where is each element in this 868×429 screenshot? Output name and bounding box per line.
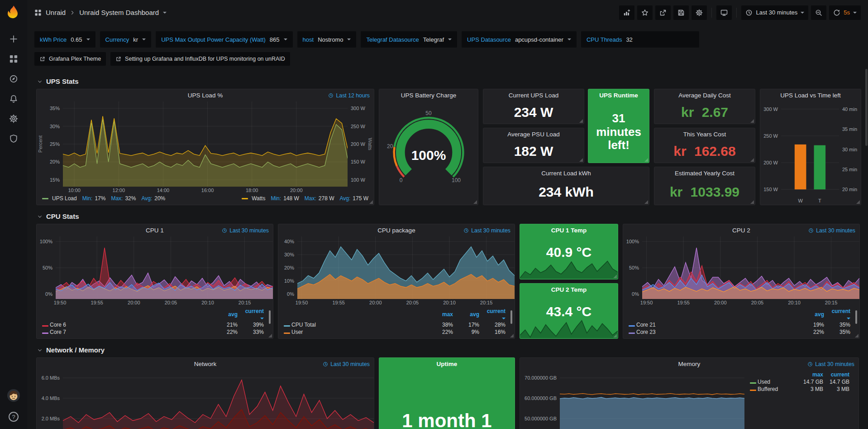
cycle-view-button[interactable] — [716, 5, 732, 20]
sidebar-item-create[interactable] — [4, 29, 24, 48]
ups-section-toggle[interactable]: UPS Stats — [36, 70, 863, 89]
legend-stat-value: 17% — [95, 195, 105, 202]
variable-value[interactable]: kr — [133, 36, 138, 43]
dashboard-settings-button[interactable] — [692, 5, 707, 20]
panel-title[interactable]: CPU package — [377, 227, 415, 234]
panel-title[interactable]: Network — [194, 361, 217, 367]
sidebar-item-dashboards[interactable] — [4, 49, 24, 68]
network-memory-section-toggle[interactable]: Network / Memory — [36, 339, 863, 357]
variable-value[interactable]: 0.65 — [71, 36, 82, 43]
legend-series-name[interactable]: Core 23 — [628, 328, 801, 336]
panel-title[interactable]: Current UPS Load — [509, 92, 558, 99]
legend-column-header[interactable]: max — [800, 371, 826, 378]
time-override-badge: Last 30 minutes — [323, 358, 370, 370]
legend-column-header[interactable]: current — [827, 308, 853, 321]
legend-column-header[interactable]: current — [826, 371, 852, 378]
variable-label: Telegraf Datasource — [366, 36, 419, 43]
legend-scrollbar-thumb[interactable] — [510, 310, 512, 324]
variable-currency[interactable]: Currency kr — [100, 31, 152, 48]
legend-series-name[interactable]: Core 7 — [41, 328, 214, 336]
panel-title[interactable]: Uptime — [437, 361, 458, 367]
variable-cpu-threads[interactable]: CPU Threads 32 — [581, 31, 700, 48]
save-button[interactable] — [673, 5, 689, 20]
variable-value[interactable]: 865 — [270, 36, 280, 43]
variable-ups-max-output[interactable]: UPS Max Output Power Capacity (Watt) 865 — [156, 31, 292, 48]
legend-column-header[interactable]: avg — [801, 308, 827, 321]
panel-title[interactable]: Average PSU Load — [507, 131, 559, 138]
sidebar-item-alerting[interactable] — [4, 89, 24, 108]
star-button[interactable] — [637, 5, 653, 20]
panel-title[interactable]: CPU 1 — [146, 227, 164, 234]
page-scrollbar[interactable] — [864, 25, 868, 429]
legend-series-name[interactable]: Core 6 — [41, 321, 214, 328]
cpu-threads-input[interactable]: 32 — [626, 36, 694, 43]
y-axis-right: 40 min35 min30 min25 min20 min — [839, 101, 861, 197]
legend-column-header[interactable]: max — [429, 308, 456, 321]
cpu-section-toggle[interactable]: CPU Stats — [36, 205, 863, 224]
legend-series[interactable]: UPS LoadMin:17%Max:32%Avg:20% — [42, 195, 165, 202]
legend-series-name[interactable]: CPU Total — [283, 321, 429, 328]
legend-column-header[interactable]: avg — [456, 308, 482, 321]
panel-title[interactable]: CPU 1 Temp — [551, 227, 587, 234]
legend-value: 33% — [240, 328, 267, 336]
variable-value[interactable]: Telegraf — [423, 36, 444, 43]
legend-table: maxavgcurrentCPU Total38%17%28%User22%9%… — [283, 308, 508, 336]
panel-title[interactable]: CPU 2 Temp — [551, 286, 587, 293]
legend-column-header[interactable]: current — [482, 308, 508, 321]
panel-title[interactable]: CPU 2 — [732, 227, 750, 234]
legend-series-name[interactable]: Buffered — [749, 386, 800, 393]
legend-scrollbar-thumb[interactable] — [269, 310, 271, 324]
caret-down-icon[interactable] — [163, 12, 167, 14]
variable-ups-datasource[interactable]: UPS Datasource apcupsd-container — [462, 31, 577, 48]
panel-title[interactable]: Estimated Yearly Cost — [675, 170, 734, 177]
legend-row: Used14.7 GB14.7 GB — [749, 378, 852, 386]
variable-kwh-price[interactable]: kWh Price 0.65 — [34, 31, 95, 48]
series-color-dash — [629, 325, 635, 327]
panel-title[interactable]: This Years Cost — [683, 131, 726, 138]
sidebar-item-explore[interactable] — [4, 69, 24, 88]
variable-host[interactable]: host Nostromo — [297, 31, 357, 48]
panel-title[interactable]: UPS Load % — [188, 92, 223, 99]
time-override-label: Last 30 minutes — [471, 227, 510, 234]
legend-series-name[interactable]: Used — [749, 378, 800, 386]
legend-value: 3 MB — [826, 386, 852, 393]
refresh-button[interactable]: 5s — [829, 5, 861, 20]
memory-panel-body: 70.000000 GB60.000000 GB50.000000 GB40.0… — [520, 370, 858, 429]
share-button[interactable] — [655, 5, 671, 20]
panel-title[interactable]: UPS Battery Charge — [401, 92, 456, 99]
time-range-picker[interactable]: Last 30 minutes — [741, 5, 808, 20]
variable-value[interactable]: apcupsd-container — [515, 36, 563, 43]
panel-title[interactable]: UPS Runtime — [599, 92, 638, 99]
legend-series-name[interactable]: Core 21 — [628, 321, 801, 328]
legend-scrollbar-thumb[interactable] — [855, 310, 857, 324]
breadcrumb-folder[interactable]: Unraid — [46, 9, 66, 16]
help-menu[interactable]: ? — [9, 412, 19, 422]
panel-cpu-package: CPU package Last 30 minutes 40%30%20%10%… — [278, 224, 515, 339]
sidebar-item-server-admin[interactable] — [4, 129, 24, 148]
refresh-interval-label[interactable]: 5s — [844, 9, 850, 16]
y-axis-left: Percent35%30%25%20%15% — [37, 101, 63, 187]
dashboard-title[interactable]: Unraid System Dashboard — [79, 9, 159, 16]
panel-title[interactable]: Average Daily Cost — [678, 92, 730, 99]
sidebar-item-configuration[interactable] — [4, 109, 24, 128]
add-panel-button[interactable] — [619, 5, 634, 20]
panel-title[interactable]: UPS Load vs Time left — [780, 92, 841, 99]
plot-area — [781, 101, 839, 197]
legend-series-name[interactable]: User — [283, 328, 429, 336]
legend-column-header[interactable]: avg — [214, 308, 240, 321]
y-tick-label: 4.0 MBs — [42, 395, 60, 401]
zoom-out-button[interactable] — [811, 5, 826, 20]
legend-series[interactable]: WattsMin:148 WMax:278 WAvg:175 W — [242, 195, 368, 202]
gauge-value: 100% — [379, 148, 478, 163]
grafana-logo[interactable] — [6, 5, 21, 21]
variable-telegraf-datasource[interactable]: Telegraf Datasource Telegraf — [361, 31, 457, 48]
dashboard-link-ups-monitoring-guide[interactable]: Setting up Grafana and InfluxDB for UPS … — [110, 52, 290, 66]
panel-title[interactable]: Memory — [678, 361, 701, 367]
scrollbar-thumb[interactable] — [865, 69, 868, 146]
variable-value[interactable]: Nostromo — [318, 36, 343, 43]
divider — [711, 8, 712, 18]
user-avatar[interactable] — [7, 389, 20, 404]
legend-column-header[interactable]: current — [240, 308, 267, 321]
panel-title[interactable]: Current Load kWh — [541, 170, 591, 177]
dashboard-link-grafana-plex-theme[interactable]: Grafana Plex Theme — [34, 52, 106, 66]
